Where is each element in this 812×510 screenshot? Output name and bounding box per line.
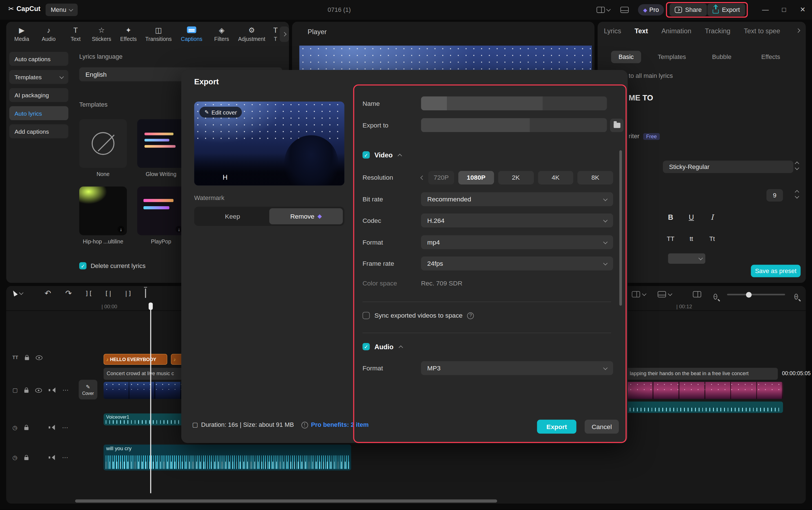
layout-toggle-button[interactable] (597, 7, 610, 13)
tab-text[interactable]: Text (635, 27, 648, 35)
fit-timeline-button[interactable] (693, 291, 701, 297)
lock-icon[interactable] (25, 357, 29, 360)
maximize-button[interactable]: □ (776, 6, 792, 13)
subtab-bubble[interactable]: Bubble (712, 53, 732, 61)
eye-icon[interactable] (35, 388, 42, 393)
resolution-2k[interactable]: 2K (498, 171, 534, 185)
resolution-scroll-left-icon[interactable] (420, 175, 425, 180)
lowercase-button[interactable]: tt (684, 232, 699, 246)
bit-rate-select[interactable]: Recommended (421, 192, 613, 206)
template-card-glow-writing[interactable] (137, 119, 185, 168)
lock-icon[interactable] (25, 390, 29, 393)
uppercase-button[interactable]: TT (663, 232, 679, 246)
more-options-icon[interactable]: ⋯ (62, 387, 68, 394)
resolution-4k[interactable]: 4K (538, 171, 573, 185)
tool-stickers[interactable]: ☆Stickers (88, 25, 115, 42)
tool-captions[interactable]: Captions (177, 25, 206, 42)
sidebar-item-templates[interactable]: Templates (9, 70, 68, 84)
snapping-button[interactable] (658, 291, 672, 297)
font-select[interactable]: Sticky-Regular (663, 161, 793, 173)
share-button[interactable]: Share (670, 4, 707, 16)
audio-format-select[interactable]: MP3 (421, 361, 613, 375)
tool-filters[interactable]: ◈Filters (208, 25, 235, 42)
template-card-none[interactable] (79, 119, 127, 168)
export-button-titlebar[interactable]: Export (708, 4, 745, 16)
tool-text[interactable]: TText (62, 25, 89, 42)
tool-transitions[interactable]: ◫Transitions (143, 25, 174, 42)
watermark-keep-option[interactable]: Keep (196, 208, 269, 224)
tab-text-to-speech[interactable]: Text to spee (744, 27, 784, 35)
export-to-input[interactable] (421, 118, 607, 132)
subtab-basic[interactable]: Basic (611, 51, 641, 63)
more-options-icon[interactable]: ⋯ (62, 454, 68, 461)
bold-button[interactable]: B (663, 210, 679, 224)
template-card-hiphop[interactable]: ↓ (79, 187, 127, 235)
sidebar-item-auto-lyrics[interactable]: Auto lyrics (9, 106, 68, 120)
delete-button[interactable] (145, 289, 146, 298)
zoom-out-button[interactable]: − (714, 290, 717, 300)
delete-current-lyrics-checkbox[interactable]: ✓ Delete current lyrics (79, 262, 146, 270)
font-stepper[interactable] (795, 161, 799, 169)
more-options-icon[interactable]: ⋯ (62, 424, 68, 431)
browse-folder-button[interactable] (610, 118, 624, 132)
tool-media[interactable]: ▶Media (8, 25, 35, 42)
audio-checkbox[interactable]: ✓ (363, 343, 370, 350)
edit-cover-button[interactable]: ✎ Edit cover (199, 107, 242, 118)
trim-right-button[interactable]: |] (124, 290, 132, 297)
speaker-icon[interactable] (49, 425, 55, 430)
tool-effects[interactable]: ✦Effects (115, 25, 142, 42)
video-clip-thumbnails-right[interactable] (628, 382, 783, 399)
sync-checkbox[interactable] (363, 312, 370, 319)
font-size-field[interactable]: 9 (766, 189, 783, 201)
tool-audio[interactable]: ♪Audio (35, 25, 62, 42)
slider-thumb[interactable] (746, 292, 752, 297)
panel-layout-button[interactable] (620, 7, 628, 13)
sidebar-item-ai-packaging[interactable]: AI packaging (9, 88, 68, 102)
sidebar-item-add-captions[interactable]: Add captions (9, 124, 68, 139)
collapse-icon[interactable] (399, 345, 403, 350)
speaker-icon[interactable] (49, 387, 56, 393)
playhead-handle[interactable] (149, 303, 153, 310)
sidebar-item-auto-captions[interactable]: Auto captions (9, 52, 68, 66)
resolution-1080p[interactable]: 1080P (458, 171, 494, 185)
font-size-stepper[interactable] (795, 189, 799, 198)
dialog-scrollbar[interactable] (620, 150, 622, 306)
lock-icon[interactable] (24, 457, 28, 460)
tab-lyrics[interactable]: Lyrics (604, 27, 621, 35)
trim-left-button[interactable]: [| (104, 290, 112, 297)
save-as-preset-button[interactable]: Save as preset (751, 265, 801, 277)
redo-button[interactable]: ↷ (65, 289, 71, 298)
titlecase-button[interactable]: Tt (704, 232, 720, 246)
help-icon[interactable]: ? (467, 312, 474, 319)
audio-clip-right[interactable] (628, 401, 783, 413)
caption-clip-hello-everybody[interactable]: ♪ HELLO EVERYBODY (103, 354, 167, 365)
text-clip-right[interactable]: lapping their hands on the beat in a fre… (628, 368, 778, 380)
watermark-remove-option[interactable]: Remove ◆ (269, 208, 343, 224)
name-input[interactable] (421, 96, 607, 111)
format-select[interactable]: mp4 (421, 235, 613, 249)
resolution-720p[interactable]: 720P (428, 171, 454, 185)
codec-select[interactable]: H.264 (421, 214, 613, 228)
audio-clip-will-you-cry[interactable]: will you cry (103, 445, 351, 471)
text-style-dropdown[interactable] (668, 253, 705, 264)
cover-button[interactable]: ✎ Cover (79, 380, 97, 399)
pro-badge[interactable]: ◆ Pro (638, 4, 664, 16)
preview-axis-button[interactable] (632, 291, 646, 297)
lock-icon[interactable] (24, 427, 28, 430)
video-checkbox[interactable]: ✓ (363, 151, 370, 159)
subtab-effects[interactable]: Effects (761, 53, 780, 61)
split-button[interactable]: ][ (85, 290, 92, 297)
zoom-in-button[interactable]: + (794, 290, 798, 300)
subtab-templates[interactable]: Templates (658, 53, 686, 61)
italic-button[interactable]: I (704, 210, 720, 224)
playhead-line[interactable] (150, 303, 151, 493)
export-confirm-button[interactable]: Export (537, 420, 577, 434)
tab-animation[interactable]: Animation (661, 27, 691, 35)
voiceover-clip[interactable]: Voiceover1 (103, 414, 189, 425)
minimize-button[interactable]: — (758, 6, 773, 13)
speaker-icon[interactable] (49, 455, 55, 460)
tool-adjustment[interactable]: ⚙Adjustment (235, 25, 268, 42)
tab-tracking[interactable]: Tracking (705, 27, 730, 35)
close-button[interactable]: ✕ (795, 6, 810, 13)
timeline-scrollbar[interactable] (75, 500, 497, 503)
